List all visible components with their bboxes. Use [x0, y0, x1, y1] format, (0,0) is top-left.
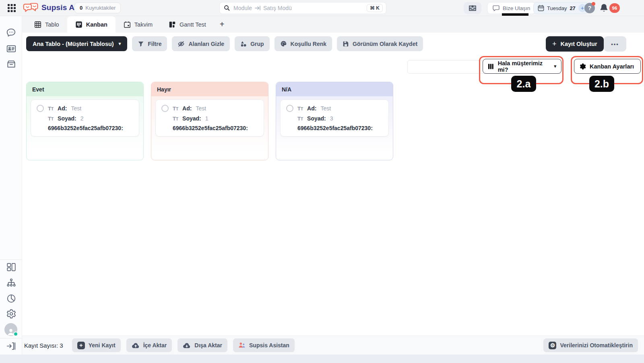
contact-us-label: Bize Ulaşın: [503, 5, 530, 11]
conditional-color-button[interactable]: Koşullu Renk: [275, 36, 332, 51]
field-value: Test: [320, 105, 331, 112]
columns-icon: [488, 63, 494, 70]
group-label: Grup: [250, 41, 264, 47]
card-radio[interactable]: [37, 105, 44, 112]
table-selector-dropdown[interactable]: Ana Tablo - (Müşteri Tablosu) ▾: [26, 36, 127, 51]
kanban-card[interactable]: TT Ad: Test TT Soyad: 1 6966b3252e5fac25…: [155, 100, 264, 137]
field-label: Soyad:: [182, 115, 201, 122]
global-search-input[interactable]: Module Satış Modü ⌘ K: [219, 2, 386, 14]
column-header[interactable]: N/A: [276, 82, 393, 96]
column-header[interactable]: Hayır: [151, 82, 268, 96]
eye-off-icon: [178, 40, 185, 48]
drawer-icon: [6, 59, 17, 69]
add-view-tab-button[interactable]: +: [214, 16, 230, 33]
palette-icon: [280, 40, 287, 47]
sidebar-contacts-button[interactable]: [6, 44, 17, 54]
plus-icon: +: [552, 40, 557, 48]
automate-button[interactable]: ⚙ Verilerinizi Otomatikleştirin: [543, 338, 638, 352]
help-button[interactable]: ?: [584, 3, 595, 13]
column-title: Evet: [32, 86, 44, 93]
view-tabs: Tablo Kanban Takvim Gantt Test +: [22, 16, 644, 33]
text-type-icon: TT: [173, 106, 178, 112]
kanban-icon: [75, 21, 83, 28]
hide-fields-button[interactable]: Alanları Gizle: [172, 36, 230, 51]
text-type-icon: TT: [48, 116, 54, 122]
calendar-tab-icon: [124, 21, 131, 28]
notifications-button[interactable]: [600, 3, 608, 12]
conditional-color-label: Koşullu Renk: [291, 41, 326, 47]
help-alert-dot: [592, 2, 595, 6]
create-record-label: Kayıt Oluştur: [561, 41, 597, 47]
left-sidebar: [0, 16, 22, 355]
layout-icon: [6, 262, 17, 272]
logo[interactable]: Supsis Ai: [23, 2, 77, 13]
field-label: Ad:: [307, 105, 316, 112]
calendar-chip[interactable]: Tuesday 27 +: [533, 2, 589, 14]
app-grid-button[interactable]: [7, 4, 16, 12]
gear-icon: [6, 309, 17, 319]
sidebar-reports-button[interactable]: [6, 293, 17, 304]
text-type-icon: TT: [297, 106, 303, 112]
more-options-button[interactable]: •••: [604, 36, 626, 52]
new-record-button[interactable]: + Yeni Kayıt: [72, 338, 121, 352]
notification-count-badge[interactable]: 96: [609, 3, 620, 13]
assistant-icon: [238, 342, 246, 349]
tab-tablo-label: Tablo: [45, 21, 59, 28]
sidebar-chat-button[interactable]: [6, 27, 17, 38]
export-button[interactable]: Dışa Aktar: [178, 338, 227, 352]
kanban-column-hayir: Hayır TT Ad: Test TT Soyad: 1 6966b3252e…: [151, 82, 268, 160]
funnel-icon: [138, 41, 144, 47]
pie-chart-icon: [6, 293, 17, 304]
inbox-button[interactable]: [464, 2, 481, 14]
card-radio[interactable]: [161, 105, 169, 112]
tab-kanban[interactable]: Kanban: [67, 16, 116, 33]
cloud-upload-icon: [132, 342, 140, 348]
stack-by-dropdown[interactable]: Hala müşterimiz mi? ▾: [483, 59, 561, 74]
search-placeholder-suffix: Satış Modü: [263, 5, 292, 11]
card-footer-id: 6966b3252e5fac25afb07230:: [297, 125, 383, 131]
sidebar-logout-button[interactable]: [6, 341, 17, 351]
bottom-bar: Kayıt Sayısı: 3 + Yeni Kayıt İçe Aktar D…: [22, 336, 644, 355]
tab-tablo[interactable]: Tablo: [26, 16, 67, 33]
table-icon: [34, 21, 41, 28]
sidebar-archive-button[interactable]: [6, 59, 17, 69]
tab-takvim[interactable]: Takvim: [116, 16, 161, 33]
hide-fields-label: Alanları Gizle: [188, 41, 224, 47]
notification-count: 96: [612, 6, 617, 10]
contact-us-button[interactable]: Bize Ulaşın: [487, 2, 536, 14]
queue-badge[interactable]: 0 Kuyruktakiler: [74, 2, 121, 13]
sidebar-boards-button[interactable]: [6, 262, 17, 272]
filter-button[interactable]: Filtre: [132, 36, 167, 51]
card-radio[interactable]: [286, 105, 293, 112]
kanban-card[interactable]: TT Ad: Test TT Soyad: 2 6966b3252e5fac25…: [31, 100, 139, 137]
queue-count: 0: [80, 5, 83, 11]
tab-gantt-test[interactable]: Gantt Test: [161, 16, 214, 33]
user-avatar[interactable]: [4, 323, 17, 336]
create-record-button[interactable]: + Kayıt Oluştur: [546, 36, 604, 52]
kanban-search-input[interactable]: [407, 60, 488, 74]
import-label: İçe Aktar: [143, 342, 167, 348]
search-shortcut: ⌘ K: [367, 4, 383, 12]
kanban-card[interactable]: TT Ad: Test TT Soyad: 3 6966b3252e5fac25…: [280, 100, 389, 137]
sidebar-hierarchy-button[interactable]: [6, 278, 17, 288]
record-count: Kayıt Sayısı: 3: [24, 342, 63, 349]
chat-dots-icon: [6, 27, 17, 38]
field-value: Test: [196, 105, 206, 112]
group-button[interactable]: Grup: [235, 36, 269, 51]
kanban-settings-button[interactable]: Kanban Ayarları: [574, 59, 641, 74]
online-status-dot: [13, 332, 18, 336]
search-placeholder: Module Satış Modü: [233, 5, 363, 11]
field-label: Ad:: [182, 105, 192, 112]
bell-icon: [600, 3, 608, 12]
sidebar-settings-button[interactable]: [6, 309, 17, 319]
logo-bubbles-icon: [23, 2, 39, 13]
chevron-down-icon: ▾: [119, 41, 121, 46]
column-header[interactable]: Evet: [27, 82, 143, 96]
save-view-button[interactable]: Görünüm Olarak Kaydet: [337, 36, 423, 51]
app-title: Supsis Ai: [41, 3, 77, 12]
import-button[interactable]: İçe Aktar: [126, 338, 172, 352]
assistant-button[interactable]: Supsis Asistan: [233, 338, 295, 352]
export-label: Dışa Aktar: [194, 342, 222, 348]
chat-bubble-icon: [493, 5, 500, 11]
tab-takvim-label: Takvim: [134, 21, 153, 28]
